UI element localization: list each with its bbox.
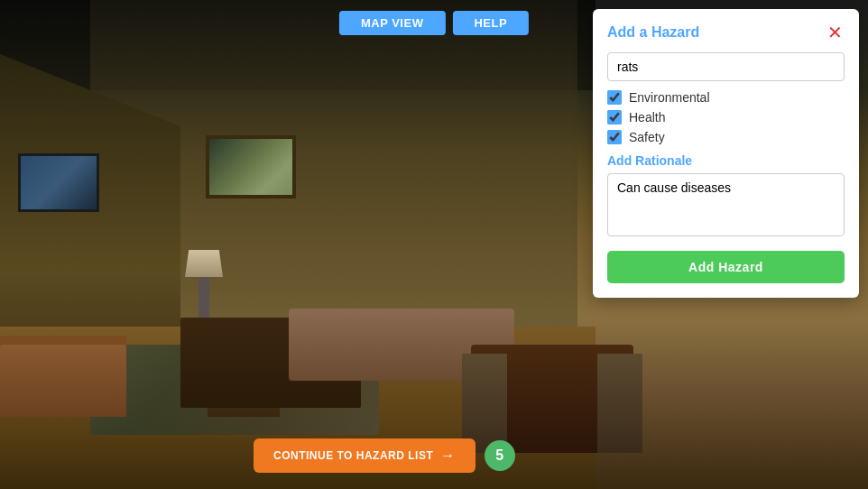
bottom-bar: CONTINUE TO HAZARD LIST → 5 [254, 438, 515, 473]
close-panel-button[interactable]: ✕ [826, 23, 845, 42]
hazard-panel-header: Add a Hazard ✕ [607, 23, 845, 42]
checkbox-health[interactable] [607, 110, 622, 125]
checkbox-row-health: Health [607, 110, 845, 125]
floor-lamp-shade [185, 250, 223, 277]
checkbox-label-safety: Safety [629, 130, 665, 144]
rationale-label: Add Rationale [607, 153, 845, 168]
sofa-left [0, 345, 126, 417]
hazard-count-badge: 5 [485, 440, 515, 471]
dining-chair-right [597, 354, 642, 453]
help-button[interactable]: HELP [452, 11, 529, 35]
checkbox-row-environmental: Environmental [607, 90, 845, 105]
checkbox-environmental[interactable] [607, 90, 622, 105]
checkbox-label-environmental: Environmental [629, 90, 710, 105]
top-navigation: MAP VIEW HELP [339, 11, 529, 35]
checkbox-label-health: Health [629, 110, 665, 125]
checkbox-safety[interactable] [607, 130, 622, 144]
checkbox-row-safety: Safety [607, 130, 845, 144]
hazard-search-input[interactable] [607, 52, 845, 81]
continue-button[interactable]: CONTINUE TO HAZARD LIST → [254, 438, 476, 473]
rationale-textarea[interactable]: Can cause diseases [607, 173, 845, 236]
continue-label: CONTINUE TO HAZARD LIST [273, 449, 433, 462]
arrow-icon: → [440, 447, 456, 464]
hazard-panel: Add a Hazard ✕ Environmental Health Safe… [593, 9, 859, 298]
hazard-panel-title: Add a Hazard [607, 24, 699, 41]
wall-tv [18, 153, 99, 212]
map-view-button[interactable]: MAP VIEW [339, 11, 446, 35]
wall-painting [206, 135, 296, 198]
add-hazard-button[interactable]: Add Hazard [607, 251, 845, 283]
